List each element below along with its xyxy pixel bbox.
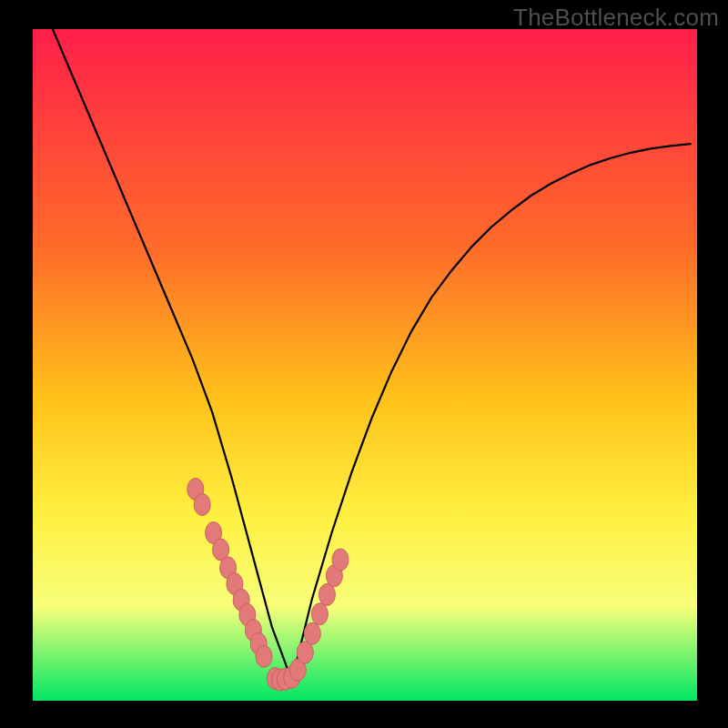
gradient-bg (33, 29, 697, 701)
curve-marker (332, 549, 349, 571)
curve-marker (194, 494, 210, 516)
curve-marker (304, 622, 320, 644)
chart-svg (33, 29, 697, 701)
plot-area (33, 29, 697, 701)
curve-marker (311, 603, 328, 625)
curve-marker (256, 645, 272, 667)
chart-frame: TheBottleneck.com (0, 0, 728, 728)
watermark-text: TheBottleneck.com (513, 4, 719, 32)
